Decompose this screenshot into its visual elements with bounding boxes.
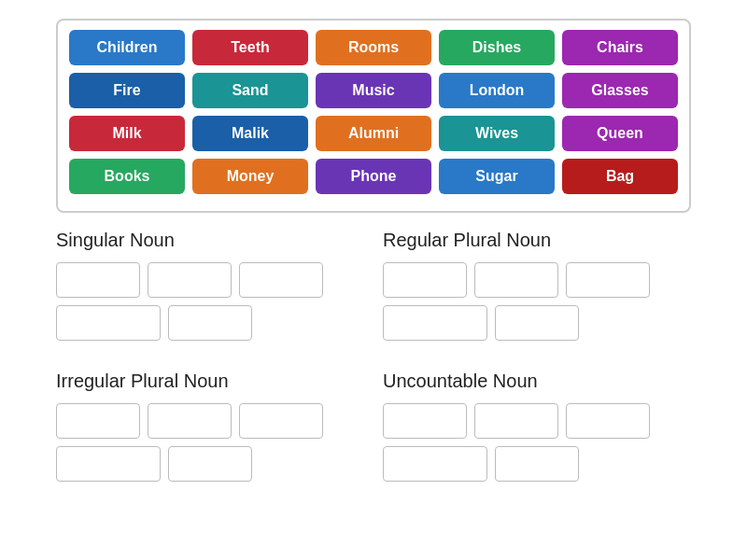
categories-bottom: Irregular Plural NounUncountable Noun bbox=[56, 371, 691, 489]
tile-wives[interactable]: Wives bbox=[439, 116, 555, 151]
drop-box-3-1-0[interactable] bbox=[383, 446, 487, 482]
category-2: Irregular Plural Noun bbox=[56, 371, 364, 489]
tile-alumni[interactable]: Alumni bbox=[316, 116, 431, 151]
category-title-0: Singular Noun bbox=[56, 230, 364, 251]
category-3: Uncountable Noun bbox=[383, 371, 691, 489]
drop-box-2-0-1[interactable] bbox=[148, 403, 232, 439]
categories-top: Singular NounRegular Plural Noun bbox=[56, 230, 691, 348]
drop-box-3-1-1[interactable] bbox=[495, 446, 579, 482]
drop-box-2-1-0[interactable] bbox=[56, 446, 161, 482]
drop-box-3-0-0[interactable] bbox=[383, 403, 467, 439]
tile-books[interactable]: Books bbox=[69, 159, 185, 194]
tile-music[interactable]: Music bbox=[316, 73, 431, 108]
drop-row-1-1 bbox=[383, 305, 691, 341]
drop-row-0-1 bbox=[56, 305, 364, 341]
tile-row-0: ChildrenTeethRoomsDishesChairs bbox=[69, 30, 678, 65]
tile-teeth[interactable]: Teeth bbox=[192, 30, 308, 65]
tile-chairs[interactable]: Chairs bbox=[562, 30, 678, 65]
drop-box-1-1-0[interactable] bbox=[383, 305, 487, 341]
drop-box-3-0-1[interactable] bbox=[474, 403, 558, 439]
drop-row-0-0 bbox=[56, 262, 364, 298]
tile-queen[interactable]: Queen bbox=[562, 116, 678, 151]
category-title-1: Regular Plural Noun bbox=[383, 230, 691, 251]
tile-dishes[interactable]: Dishes bbox=[439, 30, 555, 65]
drop-box-0-1-1[interactable] bbox=[168, 305, 252, 341]
main-container: ChildrenTeethRoomsDishesChairsFireSandMu… bbox=[0, 0, 747, 530]
tile-malik[interactable]: Malik bbox=[192, 116, 308, 151]
tile-sugar[interactable]: Sugar bbox=[439, 159, 555, 194]
tile-row-1: FireSandMusicLondonGlasses bbox=[69, 73, 678, 108]
tile-rooms[interactable]: Rooms bbox=[316, 30, 431, 65]
drop-box-0-0-0[interactable] bbox=[56, 262, 140, 298]
drop-row-2-0 bbox=[56, 403, 364, 439]
category-title-2: Irregular Plural Noun bbox=[56, 371, 364, 392]
drop-box-0-0-2[interactable] bbox=[239, 262, 323, 298]
tile-glasses[interactable]: Glasses bbox=[562, 73, 678, 108]
drop-row-3-0 bbox=[383, 403, 691, 439]
drop-box-2-0-0[interactable] bbox=[56, 403, 140, 439]
tile-london[interactable]: London bbox=[439, 73, 555, 108]
tile-phone[interactable]: Phone bbox=[316, 159, 431, 194]
drop-box-1-0-2[interactable] bbox=[566, 262, 650, 298]
drop-box-3-0-2[interactable] bbox=[566, 403, 650, 439]
tile-row-2: MilkMalikAlumniWivesQueen bbox=[69, 116, 678, 151]
tile-children[interactable]: Children bbox=[69, 30, 185, 65]
category-0: Singular Noun bbox=[56, 230, 364, 348]
tiles-box: ChildrenTeethRoomsDishesChairsFireSandMu… bbox=[56, 19, 691, 213]
tile-milk[interactable]: Milk bbox=[69, 116, 185, 151]
drop-box-1-0-1[interactable] bbox=[474, 262, 558, 298]
tile-money[interactable]: Money bbox=[192, 159, 308, 194]
tile-bag[interactable]: Bag bbox=[562, 159, 678, 194]
drop-box-1-1-1[interactable] bbox=[495, 305, 579, 341]
category-1: Regular Plural Noun bbox=[383, 230, 691, 348]
drop-row-3-1 bbox=[383, 446, 691, 482]
drop-box-1-0-0[interactable] bbox=[383, 262, 467, 298]
drop-box-0-1-0[interactable] bbox=[56, 305, 161, 341]
category-title-3: Uncountable Noun bbox=[383, 371, 691, 392]
drop-row-2-1 bbox=[56, 446, 364, 482]
tile-sand[interactable]: Sand bbox=[192, 73, 308, 108]
drop-box-0-0-1[interactable] bbox=[148, 262, 232, 298]
drop-box-2-1-1[interactable] bbox=[168, 446, 252, 482]
drop-row-1-0 bbox=[383, 262, 691, 298]
tile-row-3: BooksMoneyPhoneSugarBag bbox=[69, 159, 678, 194]
drop-box-2-0-2[interactable] bbox=[239, 403, 323, 439]
tile-fire[interactable]: Fire bbox=[69, 73, 185, 108]
